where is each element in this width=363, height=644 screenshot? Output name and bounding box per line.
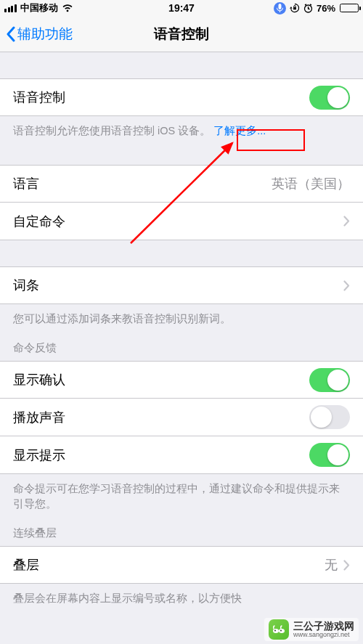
play-sound-toggle[interactable] [309, 405, 350, 429]
chevron-right-icon [343, 560, 350, 571]
voice-control-row: 语音控制 [0, 78, 363, 116]
voice-control-toggle[interactable] [309, 86, 350, 110]
custom-commands-label: 自定命令 [13, 213, 338, 230]
overlay-header: 连续叠层 [0, 512, 363, 546]
play-sound-row: 播放声音 [0, 399, 363, 436]
svg-point-4 [279, 629, 285, 633]
watermark-name: 三公子游戏网 [293, 621, 354, 631]
show-confirmation-row: 显示确认 [0, 361, 363, 399]
vocabulary-label: 词条 [13, 277, 338, 294]
language-value: 英语（美国） [272, 175, 350, 192]
show-confirmation-toggle[interactable] [309, 368, 350, 392]
watermark: 三公子游戏网 www.sangongzi.net [264, 618, 359, 641]
voice-control-label: 语音控制 [13, 89, 309, 106]
svg-point-3 [273, 629, 279, 633]
vocabulary-footer: 您可以通过添加词条来教语音控制识别新词。 [0, 304, 363, 327]
chevron-right-icon [343, 216, 350, 227]
overlay-row[interactable]: 叠层 无 [0, 546, 363, 584]
feedback-header: 命令反馈 [0, 327, 363, 361]
language-row[interactable]: 语言 英语（美国） [0, 165, 363, 203]
watermark-url: www.sangongzi.net [293, 631, 354, 639]
status-bar: 中国移动 19:47 76% [0, 0, 363, 16]
battery-icon [340, 4, 359, 12]
svg-point-6 [280, 630, 282, 632]
feedback-footer: 命令提示可在您学习语音控制的过程中，通过建议命令和提供提示来引导您。 [0, 474, 363, 512]
vocabulary-row[interactable]: 词条 [0, 266, 363, 304]
voice-control-footer: 语音控制允许您使用语音控制 iOS 设备。 了解更多... [0, 116, 363, 139]
show-hints-row: 显示提示 [0, 436, 363, 474]
show-hints-toggle[interactable] [309, 443, 350, 467]
chevron-right-icon [343, 280, 350, 291]
nav-bar: 辅助功能 语音控制 [0, 16, 363, 52]
status-time: 19:47 [0, 2, 363, 14]
learn-more-link[interactable]: 了解更多... [213, 125, 266, 136]
custom-commands-row[interactable]: 自定命令 [0, 203, 363, 240]
overlay-footer: 叠层会在屏幕内容上显示编号或名称，以方便快 [0, 584, 363, 606]
watermark-logo-icon [269, 619, 289, 640]
svg-point-5 [274, 630, 276, 632]
overlay-value: 无 [325, 556, 338, 574]
page-title: 语音控制 [0, 25, 363, 44]
language-label: 语言 [13, 175, 272, 192]
